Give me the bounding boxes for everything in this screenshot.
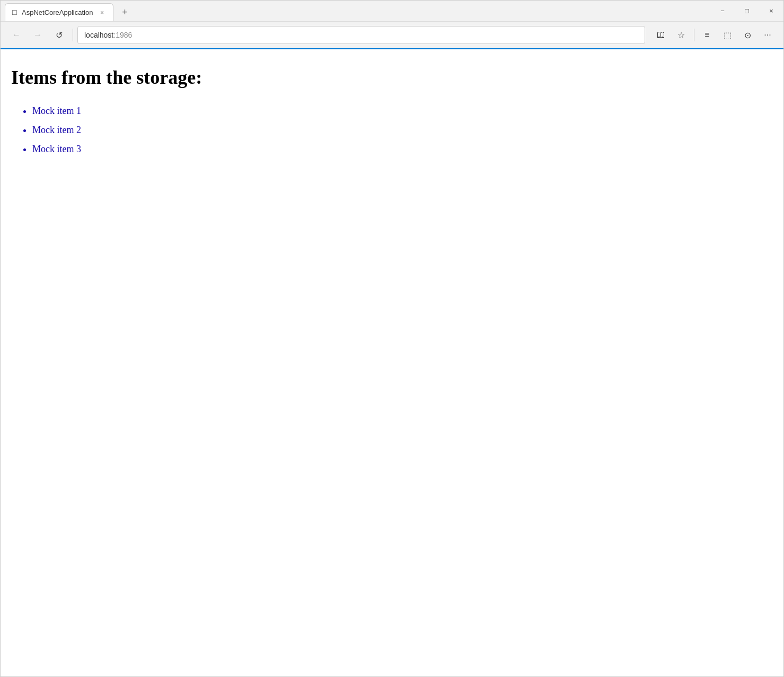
tab-group: ☐ AspNetCoreApplication × + xyxy=(5,1,134,21)
item-list: Mock item 1Mock item 2Mock item 3 xyxy=(11,101,773,159)
nav-bar: ← → ↺ localhost:1986 🕮 ☆ ≡ ⬚ ⊙ ··· xyxy=(1,22,783,49)
new-tab-button[interactable]: + xyxy=(116,3,134,21)
reader-mode-button[interactable]: 🕮 xyxy=(651,25,671,45)
title-bar: ☐ AspNetCoreApplication × + − □ × xyxy=(1,1,783,22)
profile-button[interactable]: ⊙ xyxy=(738,25,757,45)
refresh-button[interactable]: ↺ xyxy=(49,25,68,45)
address-text: localhost xyxy=(84,31,113,39)
more-tools-button[interactable]: ··· xyxy=(758,25,777,45)
favorites-button[interactable]: ☆ xyxy=(672,25,691,45)
list-item: Mock item 2 xyxy=(32,120,773,139)
maximize-button[interactable]: □ xyxy=(735,1,759,22)
active-tab[interactable]: ☐ AspNetCoreApplication × xyxy=(5,3,113,21)
tab-page-icon: ☐ xyxy=(12,9,17,16)
nav-tools: 🕮 ☆ ≡ ⬚ ⊙ ··· xyxy=(651,25,777,45)
back-button[interactable]: ← xyxy=(7,25,26,45)
window-controls: − □ × xyxy=(710,1,783,21)
nav-separator-2 xyxy=(694,29,694,41)
page-heading: Items from the storage: xyxy=(11,66,773,89)
address-bar[interactable]: localhost:1986 xyxy=(77,26,645,44)
list-item: Mock item 1 xyxy=(32,101,773,120)
web-select-button[interactable]: ⬚ xyxy=(718,25,737,45)
minimize-button[interactable]: − xyxy=(710,1,735,22)
nav-separator-1 xyxy=(73,29,73,41)
tab-close-button[interactable]: × xyxy=(97,8,107,17)
close-button[interactable]: × xyxy=(759,1,783,22)
list-item: Mock item 3 xyxy=(32,139,773,159)
browser-window: ☐ AspNetCoreApplication × + − □ × ← → ↺ … xyxy=(0,0,784,677)
page-content: Items from the storage: Mock item 1Mock … xyxy=(1,49,783,676)
forward-button[interactable]: → xyxy=(28,25,47,45)
tab-title: AspNetCoreApplication xyxy=(22,8,93,16)
collections-button[interactable]: ≡ xyxy=(698,25,717,45)
address-port: :1986 xyxy=(113,31,132,39)
